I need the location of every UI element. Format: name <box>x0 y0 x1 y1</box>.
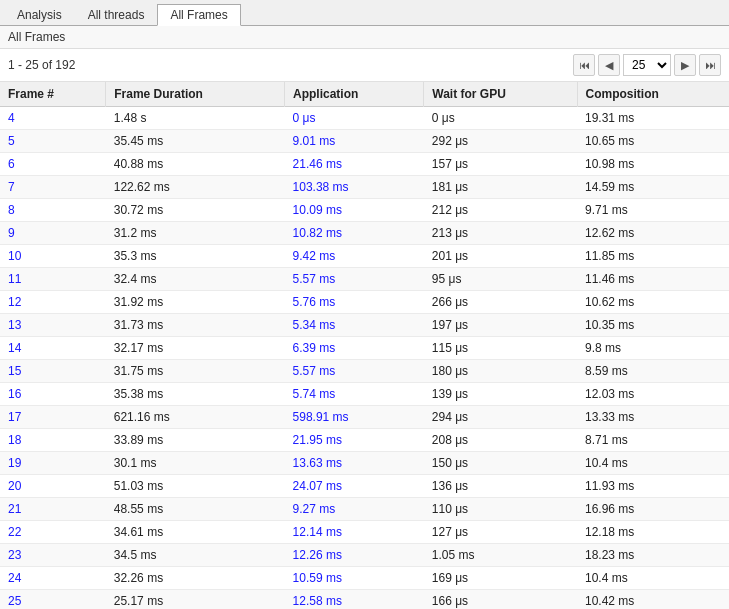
duration-col: 40.88 ms <box>106 153 285 176</box>
table-row[interactable]: 1035.3 ms9.42 ms201 μs11.85 ms <box>0 245 729 268</box>
duration-col: 31.2 ms <box>106 222 285 245</box>
app-col: 10.82 ms <box>285 222 424 245</box>
wait-gpu-col: 95 μs <box>424 268 577 291</box>
wait-gpu-col: 169 μs <box>424 567 577 590</box>
table-row[interactable]: 1531.75 ms5.57 ms180 μs8.59 ms <box>0 360 729 383</box>
duration-col: 51.03 ms <box>106 475 285 498</box>
duration-col: 32.17 ms <box>106 337 285 360</box>
table-row[interactable]: 2334.5 ms12.26 ms1.05 ms18.23 ms <box>0 544 729 567</box>
table-row[interactable]: 535.45 ms9.01 ms292 μs10.65 ms <box>0 130 729 153</box>
tab-all-frames[interactable]: All Frames <box>157 4 240 26</box>
composition-col: 19.31 ms <box>577 107 729 130</box>
table-row[interactable]: 2234.61 ms12.14 ms127 μs12.18 ms <box>0 521 729 544</box>
composition-col: 9.71 ms <box>577 199 729 222</box>
duration-col: 34.61 ms <box>106 521 285 544</box>
duration-col: 30.72 ms <box>106 199 285 222</box>
table-row[interactable]: 830.72 ms10.09 ms212 μs9.71 ms <box>0 199 729 222</box>
col-header-application: Application <box>285 82 424 107</box>
composition-col: 10.65 ms <box>577 130 729 153</box>
duration-col: 30.1 ms <box>106 452 285 475</box>
app-col: 5.57 ms <box>285 360 424 383</box>
table-row[interactable]: 1833.89 ms21.95 ms208 μs8.71 ms <box>0 429 729 452</box>
table-row[interactable]: 640.88 ms21.46 ms157 μs10.98 ms <box>0 153 729 176</box>
composition-col: 10.35 ms <box>577 314 729 337</box>
first-page-button[interactable]: ⏮ <box>573 54 595 76</box>
prev-page-button[interactable]: ◀ <box>598 54 620 76</box>
composition-col: 9.8 ms <box>577 337 729 360</box>
app-col: 12.14 ms <box>285 521 424 544</box>
wait-gpu-col: 139 μs <box>424 383 577 406</box>
composition-col: 12.62 ms <box>577 222 729 245</box>
table-row[interactable]: 1132.4 ms5.57 ms95 μs11.46 ms <box>0 268 729 291</box>
wait-gpu-col: 181 μs <box>424 176 577 199</box>
wait-gpu-col: 294 μs <box>424 406 577 429</box>
wait-gpu-col: 292 μs <box>424 130 577 153</box>
wait-gpu-col: 136 μs <box>424 475 577 498</box>
frame-col: 21 <box>0 498 106 521</box>
table-row[interactable]: 2432.26 ms10.59 ms169 μs10.4 ms <box>0 567 729 590</box>
table-row[interactable]: 1432.17 ms6.39 ms115 μs9.8 ms <box>0 337 729 360</box>
tab-all-threads[interactable]: All threads <box>75 3 158 25</box>
pagination-info: 1 - 25 of 192 <box>8 58 75 72</box>
table-row[interactable]: 1930.1 ms13.63 ms150 μs10.4 ms <box>0 452 729 475</box>
wait-gpu-col: 208 μs <box>424 429 577 452</box>
duration-col: 32.4 ms <box>106 268 285 291</box>
frame-col: 16 <box>0 383 106 406</box>
table-row[interactable]: 1635.38 ms5.74 ms139 μs12.03 ms <box>0 383 729 406</box>
duration-col: 122.62 ms <box>106 176 285 199</box>
app-col: 5.34 ms <box>285 314 424 337</box>
frame-col: 7 <box>0 176 106 199</box>
app-col: 9.42 ms <box>285 245 424 268</box>
table-row[interactable]: 7122.62 ms103.38 ms181 μs14.59 ms <box>0 176 729 199</box>
table-row[interactable]: 1231.92 ms5.76 ms266 μs10.62 ms <box>0 291 729 314</box>
wait-gpu-col: 110 μs <box>424 498 577 521</box>
wait-gpu-col: 127 μs <box>424 521 577 544</box>
frame-col: 8 <box>0 199 106 222</box>
duration-col: 34.5 ms <box>106 544 285 567</box>
frame-col: 17 <box>0 406 106 429</box>
wait-gpu-col: 266 μs <box>424 291 577 314</box>
frames-table: Frame # Frame Duration Application Wait … <box>0 82 729 609</box>
table-row[interactable]: 17621.16 ms598.91 ms294 μs13.33 ms <box>0 406 729 429</box>
wait-gpu-col: 115 μs <box>424 337 577 360</box>
last-page-button[interactable]: ⏭ <box>699 54 721 76</box>
table-row[interactable]: 41.48 s0 μs0 μs19.31 ms <box>0 107 729 130</box>
app-col: 6.39 ms <box>285 337 424 360</box>
table-row[interactable]: 1331.73 ms5.34 ms197 μs10.35 ms <box>0 314 729 337</box>
wait-gpu-col: 1.05 ms <box>424 544 577 567</box>
app-col: 5.74 ms <box>285 383 424 406</box>
table-row[interactable]: 2525.17 ms12.58 ms166 μs10.42 ms <box>0 590 729 610</box>
table-row[interactable]: 2051.03 ms24.07 ms136 μs11.93 ms <box>0 475 729 498</box>
composition-col: 16.96 ms <box>577 498 729 521</box>
frame-col: 24 <box>0 567 106 590</box>
table-row[interactable]: 2148.55 ms9.27 ms110 μs16.96 ms <box>0 498 729 521</box>
app-col: 0 μs <box>285 107 424 130</box>
composition-col: 12.03 ms <box>577 383 729 406</box>
composition-col: 10.42 ms <box>577 590 729 610</box>
frame-col: 13 <box>0 314 106 337</box>
page-size-select[interactable]: 25 10 50 100 <box>623 54 671 76</box>
duration-col: 1.48 s <box>106 107 285 130</box>
frame-col: 25 <box>0 590 106 610</box>
app-col: 103.38 ms <box>285 176 424 199</box>
frame-col: 19 <box>0 452 106 475</box>
tab-bar: Analysis All threads All Frames <box>0 0 729 26</box>
table-row[interactable]: 931.2 ms10.82 ms213 μs12.62 ms <box>0 222 729 245</box>
app-col: 10.59 ms <box>285 567 424 590</box>
app-col: 24.07 ms <box>285 475 424 498</box>
app-col: 12.58 ms <box>285 590 424 610</box>
duration-col: 31.75 ms <box>106 360 285 383</box>
frame-col: 22 <box>0 521 106 544</box>
app-col: 9.27 ms <box>285 498 424 521</box>
col-header-composition: Composition <box>577 82 729 107</box>
frame-col: 23 <box>0 544 106 567</box>
duration-col: 35.45 ms <box>106 130 285 153</box>
col-header-wait-gpu: Wait for GPU <box>424 82 577 107</box>
composition-col: 12.18 ms <box>577 521 729 544</box>
frame-col: 20 <box>0 475 106 498</box>
tab-analysis[interactable]: Analysis <box>4 3 75 25</box>
duration-col: 621.16 ms <box>106 406 285 429</box>
next-page-button[interactable]: ▶ <box>674 54 696 76</box>
frame-col: 10 <box>0 245 106 268</box>
frame-col: 5 <box>0 130 106 153</box>
